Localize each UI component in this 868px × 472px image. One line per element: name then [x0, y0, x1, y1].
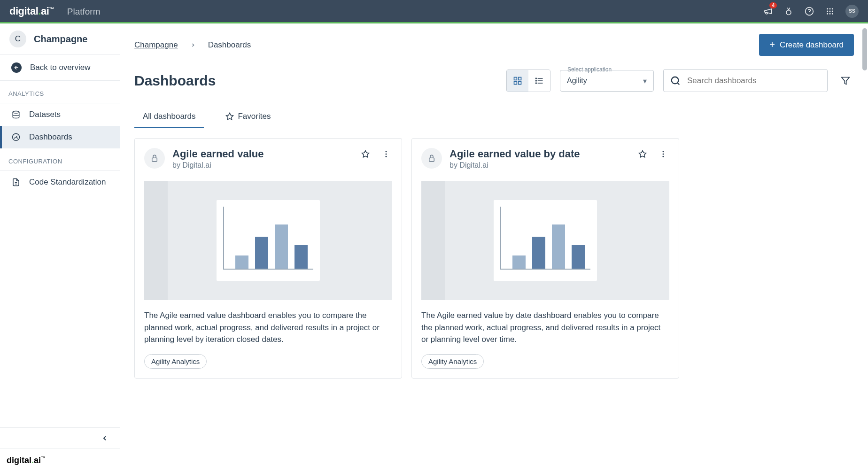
svg-point-10	[829, 13, 831, 14]
list-icon	[535, 76, 544, 85]
breadcrumb-root[interactable]: Champagne	[134, 40, 178, 50]
chevron-left-icon	[101, 434, 108, 442]
more-menu-button[interactable]	[380, 148, 392, 160]
dashboard-card[interactable]: Agile earned value by date by Digital.ai	[411, 138, 679, 379]
announcements-icon[interactable]: 4	[763, 6, 773, 16]
svg-point-39	[663, 156, 664, 157]
sidebar-collapse[interactable]	[0, 427, 120, 449]
svg-point-5	[832, 8, 833, 9]
card-tag[interactable]: Agility Analytics	[144, 354, 207, 369]
star-icon	[638, 150, 647, 158]
org-name: Champagne	[34, 34, 87, 45]
svg-point-3	[827, 8, 828, 9]
tab-all-dashboards[interactable]: All dashboards	[134, 106, 204, 128]
achievements-icon[interactable]	[783, 6, 794, 16]
org-initial: C	[9, 31, 26, 47]
card-author: by Digital.ai	[450, 161, 629, 170]
more-vertical-icon	[659, 150, 667, 158]
breadcrumb: Champagne Dashboards	[134, 40, 251, 50]
help-icon[interactable]	[804, 6, 814, 16]
svg-point-37	[663, 151, 664, 152]
back-arrow-icon	[11, 62, 22, 73]
notification-badge: 4	[769, 2, 777, 8]
svg-point-7	[829, 10, 831, 12]
lock-icon	[144, 148, 165, 169]
breadcrumb-current: Dashboards	[208, 40, 251, 50]
svg-point-6	[827, 10, 828, 12]
application-select[interactable]: Select application Agility	[560, 70, 654, 92]
svg-point-33	[386, 154, 387, 155]
card-author: by Digital.ai	[172, 161, 352, 170]
card-title: Agile earned value	[172, 148, 352, 160]
brand: digital.ai™ Platform	[9, 5, 101, 17]
logo: digital.ai™	[9, 5, 54, 17]
svg-rect-16	[514, 77, 517, 80]
star-icon	[361, 150, 370, 158]
org-header[interactable]: C Champagne	[0, 23, 120, 54]
svg-rect-35	[429, 158, 434, 162]
chart-thumbnail	[494, 200, 597, 281]
favorite-button[interactable]	[636, 148, 649, 160]
user-avatar[interactable]: SS	[845, 5, 859, 18]
more-menu-button[interactable]	[657, 148, 669, 160]
main-content: Champagne Dashboards + Create dashboard …	[120, 23, 868, 472]
grid-view-button[interactable]	[507, 70, 528, 92]
more-vertical-icon	[382, 150, 390, 158]
sidebar-item-label: Dashboards	[29, 132, 72, 142]
dashboard-cards: Agile earned value by Digital.ai	[120, 129, 868, 388]
sidebar-item-code-standardization[interactable]: Code Standardization	[0, 171, 120, 193]
svg-marker-36	[639, 151, 646, 157]
svg-marker-28	[842, 77, 850, 84]
create-dashboard-button[interactable]: + Create dashboard	[759, 34, 854, 56]
card-title: Agile earned value by date	[450, 148, 629, 160]
view-toggle	[506, 70, 550, 92]
card-tag[interactable]: Agility Analytics	[421, 354, 484, 369]
tabs: All dashboards Favorites	[120, 92, 868, 129]
chart-thumbnail	[217, 200, 320, 281]
chevron-right-icon	[190, 42, 196, 48]
svg-marker-29	[226, 113, 233, 120]
filter-icon	[841, 76, 850, 85]
search-input[interactable]	[687, 76, 821, 85]
scrollbar[interactable]	[862, 28, 867, 70]
select-value: Agility	[560, 70, 654, 92]
tab-favorites[interactable]: Favorites	[217, 106, 279, 128]
favorite-button[interactable]	[359, 148, 372, 160]
plus-icon: +	[769, 39, 775, 50]
page-title: Dashboards	[134, 73, 497, 89]
card-preview	[144, 181, 392, 300]
dashboard-card[interactable]: Agile earned value by Digital.ai	[134, 138, 402, 379]
star-icon	[225, 112, 234, 121]
apps-grid-icon[interactable]	[825, 6, 835, 16]
back-label: Back to overview	[30, 63, 91, 72]
svg-point-38	[663, 154, 664, 155]
sidebar-item-label: Code Standardization	[29, 178, 106, 187]
card-description: The Agile earned value dashboard enables…	[144, 310, 392, 346]
search-icon	[670, 76, 681, 86]
sidebar-item-label: Datasets	[29, 110, 61, 119]
sidebar-item-dashboards[interactable]: Dashboards	[0, 126, 120, 148]
svg-point-24	[536, 80, 537, 81]
svg-point-11	[832, 13, 833, 14]
lock-icon	[421, 148, 442, 169]
sidebar: C Champagne Back to overview ANALYTICS D…	[0, 23, 120, 472]
svg-point-4	[829, 8, 831, 9]
list-view-button[interactable]	[528, 70, 550, 92]
database-icon	[11, 110, 21, 119]
product-name: Platform	[67, 7, 101, 17]
svg-rect-19	[519, 81, 521, 84]
search-box[interactable]	[663, 69, 828, 92]
footer-logo: digital.ai™	[0, 449, 120, 472]
svg-point-26	[672, 77, 679, 84]
back-to-overview[interactable]: Back to overview	[0, 54, 120, 81]
grid-icon	[513, 76, 522, 85]
svg-point-32	[386, 151, 387, 152]
topbar: digital.ai™ Platform 4 SS	[0, 0, 868, 22]
svg-line-27	[677, 83, 679, 85]
filter-button[interactable]	[837, 72, 854, 89]
svg-point-34	[386, 156, 387, 157]
svg-point-8	[832, 10, 833, 12]
svg-rect-18	[514, 81, 517, 84]
sidebar-item-datasets[interactable]: Datasets	[0, 103, 120, 126]
section-configuration: CONFIGURATION	[0, 148, 120, 170]
